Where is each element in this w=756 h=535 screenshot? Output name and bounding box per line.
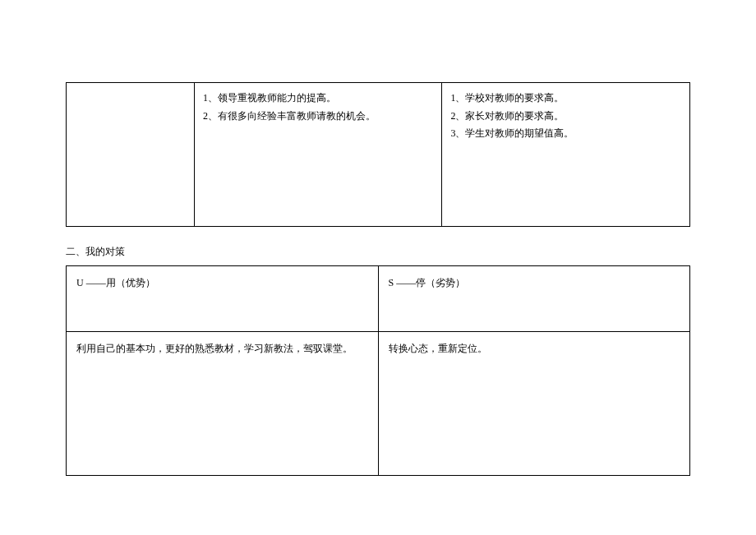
list-item: 3、学生对教师的期望值高。	[450, 125, 681, 143]
table-row: 1、领导重视教师能力的提高。 2、有很多向经验丰富教师请教的机会。 1、学校对教…	[67, 83, 690, 227]
table-row: 利用自己的基本功，更好的熟悉教材，学习新教法，驾驭课堂。 转换心态，重新定位。	[67, 332, 690, 476]
top-table-col2: 1、领导重视教师能力的提高。 2、有很多向经验丰富教师请教的机会。	[194, 83, 442, 227]
list-item: 1、领导重视教师能力的提高。	[203, 90, 434, 108]
list-item: 1、学校对教师的要求高。	[450, 90, 681, 108]
section-title: 二、我的对策	[66, 245, 690, 259]
list-item: 2、有很多向经验丰富教师请教的机会。	[203, 108, 434, 126]
strategy-table: U ——用（优势） S ——停（劣势） 利用自己的基本功，更好的熟悉教材，学习新…	[66, 265, 690, 476]
list-item: 2、家长对教师的要求高。	[450, 108, 681, 126]
top-table-col1	[67, 83, 195, 227]
strategy-content-right: 转换心态，重新定位。	[378, 332, 690, 476]
top-table: 1、领导重视教师能力的提高。 2、有很多向经验丰富教师请教的机会。 1、学校对教…	[66, 82, 690, 227]
document-page: 1、领导重视教师能力的提高。 2、有很多向经验丰富教师请教的机会。 1、学校对教…	[0, 82, 756, 476]
strategy-header-right: S ——停（劣势）	[378, 266, 690, 332]
strategy-header-left: U ——用（优势）	[67, 266, 379, 332]
top-table-col3: 1、学校对教师的要求高。 2、家长对教师的要求高。 3、学生对教师的期望值高。	[442, 83, 690, 227]
table-row: U ——用（优势） S ——停（劣势）	[67, 266, 690, 332]
strategy-content-left: 利用自己的基本功，更好的熟悉教材，学习新教法，驾驭课堂。	[67, 332, 379, 476]
